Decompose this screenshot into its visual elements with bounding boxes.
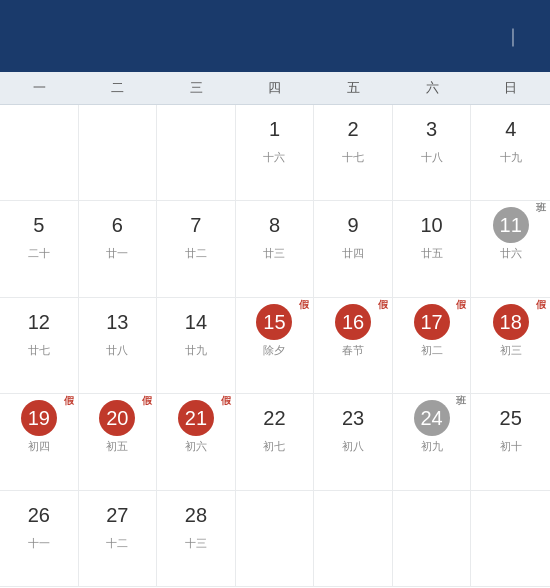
day-cell[interactable]: 27十二: [79, 491, 158, 587]
lunar-date: 十三: [185, 536, 207, 551]
lunar-date: 春节: [342, 343, 364, 358]
day-number: 23: [342, 408, 364, 428]
day-number-wrap: 16: [335, 304, 371, 340]
day-cell[interactable]: 假18初三: [471, 298, 550, 394]
day-cell[interactable]: 9廿四: [314, 201, 393, 297]
day-cell[interactable]: 26十一: [0, 491, 79, 587]
day-number-wrap: 22: [256, 400, 292, 436]
weekday-label: 六: [393, 72, 472, 104]
lunar-date: 廿八: [106, 343, 128, 358]
lunar-date: 廿六: [500, 246, 522, 261]
lunar-date: 十一: [28, 536, 50, 551]
lunar-date: 廿九: [185, 343, 207, 358]
day-cell[interactable]: 10廿五: [393, 201, 472, 297]
day-number-wrap: 21: [178, 400, 214, 436]
lunar-date: 初四: [28, 439, 50, 454]
day-number: 20: [106, 408, 128, 428]
calendar-header: ｜: [0, 0, 550, 72]
day-number-wrap: 26: [21, 497, 57, 533]
day-number: 5: [33, 215, 44, 235]
divider: ｜: [504, 24, 522, 48]
lunar-date: 十七: [342, 150, 364, 165]
day-cell[interactable]: 班24初九: [393, 394, 472, 490]
day-number-wrap: 24: [414, 400, 450, 436]
day-cell[interactable]: 22初七: [236, 394, 315, 490]
day-number-wrap: 18: [493, 304, 529, 340]
day-number: 4: [505, 119, 516, 139]
lunar-date: 初五: [106, 439, 128, 454]
weekdays-row: 一二三四五六日: [0, 72, 550, 105]
day-number: 14: [185, 312, 207, 332]
lunar-date: 廿四: [342, 246, 364, 261]
day-number: 25: [500, 408, 522, 428]
day-cell[interactable]: 4十九: [471, 105, 550, 201]
day-number-wrap: 11: [493, 207, 529, 243]
day-number: 3: [426, 119, 437, 139]
day-cell[interactable]: 班11廿六: [471, 201, 550, 297]
holiday-badge: 假: [64, 396, 74, 406]
day-cell[interactable]: 8廿三: [236, 201, 315, 297]
day-number: 12: [28, 312, 50, 332]
weekday-label: 三: [157, 72, 236, 104]
day-number-wrap: 4: [493, 111, 529, 147]
day-cell[interactable]: 5二十: [0, 201, 79, 297]
day-cell[interactable]: 12廿七: [0, 298, 79, 394]
empty-cell: [471, 491, 550, 587]
calendar-container: ｜ 一二三四五六日 1十六2十七3十八4十九5二十6廿一7廿二8廿三9廿四10廿…: [0, 0, 550, 587]
day-cell[interactable]: 25初十: [471, 394, 550, 490]
workday-badge: 班: [536, 203, 546, 213]
day-cell[interactable]: 假16春节: [314, 298, 393, 394]
day-number-wrap: 12: [21, 304, 57, 340]
lunar-date: 廿一: [106, 246, 128, 261]
day-cell[interactable]: 假21初六: [157, 394, 236, 490]
day-number: 16: [342, 312, 364, 332]
day-number: 15: [263, 312, 285, 332]
day-number-wrap: 6: [99, 207, 135, 243]
day-number-wrap: 9: [335, 207, 371, 243]
day-number-wrap: 5: [21, 207, 57, 243]
day-number: 26: [28, 505, 50, 525]
day-cell[interactable]: 1十六: [236, 105, 315, 201]
day-number: 1: [269, 119, 280, 139]
workday-badge: 班: [456, 396, 466, 406]
day-cell[interactable]: 13廿八: [79, 298, 158, 394]
day-number: 22: [263, 408, 285, 428]
day-number-wrap: 15: [256, 304, 292, 340]
lunar-date: 十六: [263, 150, 285, 165]
holiday-badge: 假: [378, 300, 388, 310]
day-number-wrap: 27: [99, 497, 135, 533]
day-cell[interactable]: 23初八: [314, 394, 393, 490]
lunar-date: 除夕: [263, 343, 285, 358]
day-number: 19: [28, 408, 50, 428]
empty-cell: [393, 491, 472, 587]
day-cell[interactable]: 假19初四: [0, 394, 79, 490]
header-right: ｜: [496, 24, 530, 48]
day-cell[interactable]: 28十三: [157, 491, 236, 587]
weekday-label: 日: [471, 72, 550, 104]
day-cell[interactable]: 3十八: [393, 105, 472, 201]
weekday-label: 四: [236, 72, 315, 104]
day-cell[interactable]: 6廿一: [79, 201, 158, 297]
day-number-wrap: 17: [414, 304, 450, 340]
day-number: 11: [500, 215, 522, 235]
day-cell[interactable]: 假20初五: [79, 394, 158, 490]
day-cell[interactable]: 2十七: [314, 105, 393, 201]
day-number: 7: [190, 215, 201, 235]
holiday-badge: 假: [221, 396, 231, 406]
day-cell[interactable]: 假17初二: [393, 298, 472, 394]
day-number: 18: [500, 312, 522, 332]
lunar-date: 初六: [185, 439, 207, 454]
lunar-date: 初十: [500, 439, 522, 454]
day-number-wrap: 13: [99, 304, 135, 340]
day-cell[interactable]: 假15除夕: [236, 298, 315, 394]
day-number-wrap: 1: [256, 111, 292, 147]
day-number-wrap: 20: [99, 400, 135, 436]
lunar-date: 廿七: [28, 343, 50, 358]
day-cell[interactable]: 14廿九: [157, 298, 236, 394]
day-cell[interactable]: 7廿二: [157, 201, 236, 297]
holiday-badge: 假: [456, 300, 466, 310]
day-number-wrap: 8: [256, 207, 292, 243]
day-number: 9: [348, 215, 359, 235]
lunar-date: 初九: [421, 439, 443, 454]
empty-cell: [0, 105, 79, 201]
